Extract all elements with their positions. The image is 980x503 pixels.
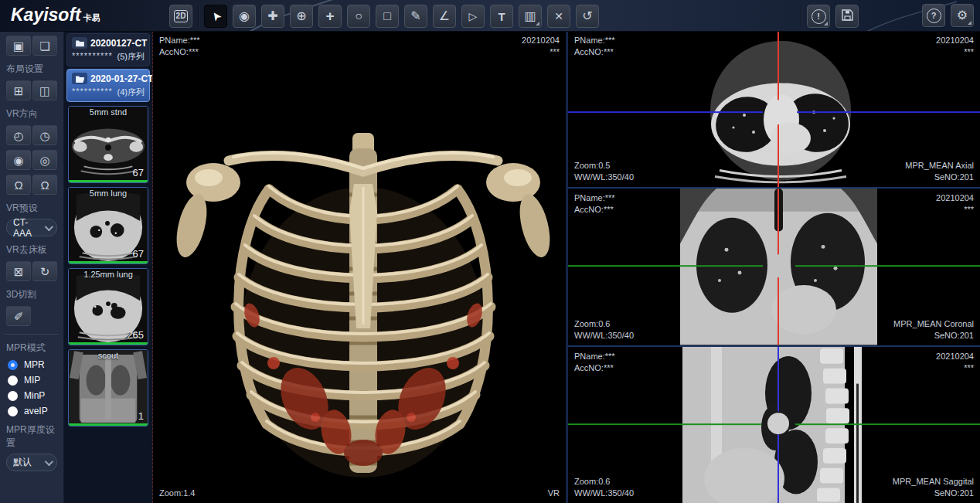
cursor-tool-button[interactable]: ➤ bbox=[204, 5, 227, 28]
restore-bed-button[interactable]: ↻ bbox=[32, 261, 57, 281]
cut-3d-row: ✐ bbox=[0, 306, 63, 326]
thumbnail-label: 5mm lung bbox=[69, 189, 148, 198]
vr-viewport[interactable]: PName:*** AccNO:*** 20210204 *** Zoom:1.… bbox=[153, 31, 566, 503]
vr-preset-value: CT-AAA bbox=[13, 217, 45, 239]
ellipse-icon: ○ bbox=[355, 10, 362, 22]
tool-button-group-right: ! bbox=[801, 4, 859, 29]
text-tool-icon: T bbox=[498, 11, 505, 22]
grid-2x2-icon: ⊞ bbox=[14, 85, 24, 97]
angle-measure-button[interactable]: ∠ bbox=[433, 5, 456, 28]
adjust-panel-button[interactable]: ▥ bbox=[519, 5, 542, 28]
date-text: 20210204 bbox=[936, 35, 974, 46]
scalpel-cut-button[interactable]: ✐ bbox=[6, 306, 31, 326]
series-count: (5)序列 bbox=[117, 51, 145, 63]
vr-dir-inferior-button[interactable]: Ω bbox=[32, 175, 57, 195]
radio-selected-icon[interactable] bbox=[8, 360, 18, 370]
series-thumbnail-scout[interactable]: scout 1 bbox=[68, 349, 148, 427]
settings-button[interactable]: ⚙ bbox=[951, 4, 974, 27]
reset-rotate-icon: ↺ bbox=[582, 10, 592, 22]
layout-export-button[interactable]: ❏ bbox=[32, 36, 57, 56]
info-button[interactable]: ! bbox=[807, 5, 830, 28]
zoom-tool-button[interactable]: ⊕ bbox=[290, 5, 313, 28]
mpr-mode-option-minp[interactable]: MinP bbox=[0, 390, 63, 401]
help-button[interactable]: ? bbox=[922, 4, 945, 27]
vr-dir-anterior-button[interactable]: ◴ bbox=[6, 125, 31, 145]
overlay-patient-info: PName:*** AccNO:*** bbox=[574, 35, 615, 58]
settings-gear-icon: ⚙ bbox=[957, 9, 968, 22]
radio-icon[interactable] bbox=[8, 391, 18, 401]
study-item[interactable]: 20200127-CT ********** (5)序列 bbox=[66, 33, 150, 66]
delete-annotation-button[interactable]: ✕ bbox=[547, 5, 570, 28]
overlay-zoom-ww: Zoom:0.6 WW/WL:350/40 bbox=[574, 476, 634, 499]
radio-label: MinP bbox=[24, 390, 45, 401]
head-right-view-icon: ◎ bbox=[39, 155, 49, 166]
accno-text: AccNO:*** bbox=[159, 46, 200, 58]
save-icon bbox=[842, 9, 853, 23]
text-annotation-button[interactable]: T bbox=[490, 5, 513, 28]
rectangle-icon: □ bbox=[383, 10, 391, 22]
ellipse-roi-button[interactable]: ○ bbox=[347, 5, 370, 28]
mpr-coronal-viewport[interactable]: PName:*** AccNO:*** 20210204 *** Zoom:0.… bbox=[568, 189, 980, 346]
remove-bed-button[interactable]: ⊠ bbox=[6, 261, 31, 281]
angle-icon: ∠ bbox=[439, 10, 450, 22]
overlay-mode-seno: MPR_MEAN Axial SeNO:201 bbox=[905, 160, 974, 183]
restore-rotate-icon: ↻ bbox=[40, 266, 50, 277]
pname-text: PName:*** bbox=[574, 35, 615, 46]
delete-x-icon: ✕ bbox=[554, 11, 563, 22]
cut-3d-label: 3D切割 bbox=[0, 288, 63, 301]
pencil-measure-button[interactable]: ✎ bbox=[404, 5, 427, 28]
vr-bed-buttons: ⊠ ↻ bbox=[0, 261, 63, 281]
vr-dir-superior-button[interactable]: Ω bbox=[6, 175, 31, 195]
crosshair-button[interactable]: + bbox=[318, 5, 342, 28]
radio-icon[interactable] bbox=[8, 406, 18, 416]
layout-split-button[interactable]: ◫ bbox=[32, 80, 57, 100]
mpr-sagittal-viewport[interactable]: PName:*** AccNO:*** 20210204 *** Zoom:0.… bbox=[568, 347, 980, 503]
window-level-button[interactable]: ◉ bbox=[233, 5, 256, 28]
layout-grid-button[interactable]: ⊞ bbox=[6, 80, 31, 100]
series-thumbnail-lung5[interactable]: 5mm lung 67 bbox=[68, 187, 148, 264]
mpr-thickness-select[interactable]: 默认 bbox=[6, 454, 57, 471]
top-toolbar: Kayisoft 卡易 2D ➤ ◉ ✚ ⊕ + ○ □ ✎ ∠ ▷ T ▥ ✕… bbox=[0, 0, 980, 32]
radio-icon[interactable] bbox=[8, 376, 18, 386]
vr-preset-select[interactable]: CT-AAA bbox=[6, 219, 57, 236]
thumbnail-label: scout bbox=[69, 351, 148, 360]
series-thumbnail-stnd[interactable]: 5mm stnd 67 bbox=[68, 106, 148, 183]
mpr-mode-option-mpr[interactable]: MPR bbox=[0, 359, 63, 370]
rectangle-roi-button[interactable]: □ bbox=[376, 5, 399, 28]
vr-rendering bbox=[153, 31, 566, 503]
pname-text: PName:*** bbox=[574, 192, 615, 204]
toolbar-separator bbox=[198, 4, 199, 29]
pan-button[interactable]: ✚ bbox=[261, 5, 284, 28]
vr-dir-right-button[interactable]: ◎ bbox=[32, 150, 57, 170]
vr-preset-label: VR预设 bbox=[0, 202, 63, 215]
mpr-mode-label: MPR模式 bbox=[0, 342, 63, 355]
overlay-study-date: 20210204 *** bbox=[936, 351, 974, 374]
load-progress-bar bbox=[69, 342, 148, 345]
overlay-mode: VR bbox=[548, 488, 560, 499]
thumbnail-image-count: 1 bbox=[138, 410, 144, 422]
tool-button-group: 2D ➤ ◉ ✚ ⊕ + ○ □ ✎ ∠ ▷ T ▥ ✕ ↺ bbox=[169, 4, 599, 29]
study-item-selected[interactable]: 2020-01-27-CT ********** (4)序列 bbox=[66, 69, 150, 102]
date-text: 20210204 bbox=[522, 35, 560, 46]
vr-dir-left-button[interactable]: ◉ bbox=[6, 150, 31, 170]
mpr-mode-option-aveip[interactable]: aveIP bbox=[0, 406, 63, 416]
pname-text: PName:*** bbox=[159, 35, 200, 46]
zoom-text: Zoom:1.4 bbox=[159, 488, 195, 499]
series-thumbnail-lung125[interactable]: 1.25mm lung 265 bbox=[68, 268, 148, 345]
vr-remove-bed-label: VR去床板 bbox=[0, 243, 63, 257]
view-2d-button[interactable]: 2D bbox=[169, 5, 192, 28]
save-button[interactable] bbox=[835, 5, 859, 28]
overlay-mode-seno: MPR_MEAN Saggital SeNO:201 bbox=[893, 476, 974, 499]
pacs-viewer-window: Kayisoft 卡易 2D ➤ ◉ ✚ ⊕ + ○ □ ✎ ∠ ▷ T ▥ ✕… bbox=[0, 0, 980, 503]
mpr-axial-viewport[interactable]: PName:*** AccNO:*** 20210204 *** Zoom:0.… bbox=[568, 31, 980, 189]
overlay-study-date: 20210204 *** bbox=[522, 35, 560, 58]
polygon-roi-button[interactable]: ▷ bbox=[461, 5, 485, 28]
mpr-mode-option-mip[interactable]: MIP bbox=[0, 375, 63, 386]
layout-single-button[interactable]: ▣ bbox=[6, 36, 31, 56]
head-back-icon: Ω bbox=[40, 179, 49, 191]
layout-topbuttons: ▣ ❏ bbox=[0, 36, 63, 56]
reset-view-button[interactable]: ↺ bbox=[576, 5, 599, 28]
vr-dir-posterior-button[interactable]: ◷ bbox=[32, 125, 57, 145]
vr-direction-label: VR方向 bbox=[0, 107, 63, 121]
date-text: 20210204 bbox=[936, 351, 974, 362]
